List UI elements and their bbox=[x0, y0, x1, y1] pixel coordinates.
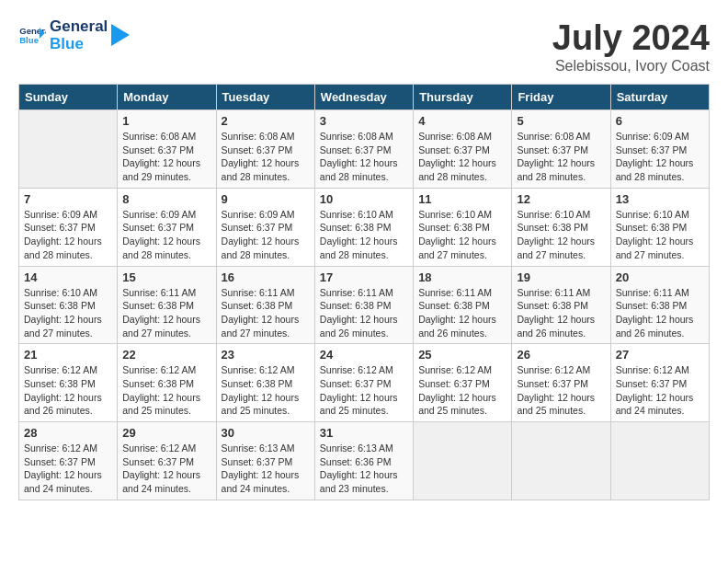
day-info: Sunrise: 6:12 AM Sunset: 6:38 PM Dayligh… bbox=[222, 363, 310, 418]
day-header-friday: Friday bbox=[512, 85, 610, 110]
calendar-cell bbox=[512, 422, 610, 500]
calendar-cell bbox=[414, 422, 512, 500]
calendar-cell: 12Sunrise: 6:10 AM Sunset: 6:38 PM Dayli… bbox=[512, 188, 610, 266]
day-number: 16 bbox=[222, 270, 310, 284]
calendar-cell: 23Sunrise: 6:12 AM Sunset: 6:38 PM Dayli… bbox=[216, 344, 314, 422]
calendar-cell bbox=[610, 422, 709, 500]
calendar-cell: 27Sunrise: 6:12 AM Sunset: 6:37 PM Dayli… bbox=[610, 344, 709, 422]
calendar-cell: 25Sunrise: 6:12 AM Sunset: 6:37 PM Dayli… bbox=[414, 344, 512, 422]
day-number: 12 bbox=[517, 192, 605, 206]
day-info: Sunrise: 6:11 AM Sunset: 6:38 PM Dayligh… bbox=[320, 286, 408, 340]
day-info: Sunrise: 6:10 AM Sunset: 6:38 PM Dayligh… bbox=[418, 208, 506, 262]
day-info: Sunrise: 6:11 AM Sunset: 6:38 PM Dayligh… bbox=[418, 286, 506, 340]
day-info: Sunrise: 6:09 AM Sunset: 6:37 PM Dayligh… bbox=[24, 208, 112, 262]
day-number: 25 bbox=[418, 348, 506, 362]
logo-arrow-icon bbox=[111, 19, 130, 52]
calendar-cell: 1Sunrise: 6:08 AM Sunset: 6:37 PM Daylig… bbox=[118, 110, 216, 189]
calendar-cell: 8Sunrise: 6:09 AM Sunset: 6:37 PM Daylig… bbox=[118, 188, 216, 266]
day-number: 14 bbox=[24, 270, 112, 284]
day-info: Sunrise: 6:11 AM Sunset: 6:38 PM Dayligh… bbox=[616, 286, 704, 340]
day-number: 2 bbox=[222, 114, 310, 128]
day-info: Sunrise: 6:10 AM Sunset: 6:38 PM Dayligh… bbox=[517, 208, 605, 262]
calendar-cell: 18Sunrise: 6:11 AM Sunset: 6:38 PM Dayli… bbox=[414, 266, 512, 344]
day-info: Sunrise: 6:11 AM Sunset: 6:38 PM Dayligh… bbox=[122, 286, 210, 340]
calendar-week-row: 14Sunrise: 6:10 AM Sunset: 6:38 PM Dayli… bbox=[19, 266, 710, 344]
day-header-monday: Monday bbox=[118, 85, 216, 110]
calendar-cell: 21Sunrise: 6:12 AM Sunset: 6:38 PM Dayli… bbox=[19, 344, 118, 422]
day-number: 23 bbox=[222, 348, 310, 362]
day-number: 24 bbox=[320, 348, 408, 362]
day-number: 1 bbox=[122, 114, 210, 128]
calendar-cell: 22Sunrise: 6:12 AM Sunset: 6:38 PM Dayli… bbox=[118, 344, 216, 422]
day-number: 22 bbox=[122, 348, 210, 362]
calendar-cell: 28Sunrise: 6:12 AM Sunset: 6:37 PM Dayli… bbox=[19, 422, 118, 500]
day-info: Sunrise: 6:12 AM Sunset: 6:37 PM Dayligh… bbox=[122, 442, 210, 496]
calendar-cell: 15Sunrise: 6:11 AM Sunset: 6:38 PM Dayli… bbox=[118, 266, 216, 344]
day-number: 27 bbox=[616, 348, 704, 362]
calendar-cell: 26Sunrise: 6:12 AM Sunset: 6:37 PM Dayli… bbox=[512, 344, 610, 422]
title-area: July 2024 Selebissou, Ivory Coast bbox=[552, 18, 710, 75]
day-info: Sunrise: 6:13 AM Sunset: 6:37 PM Dayligh… bbox=[222, 442, 310, 496]
day-number: 7 bbox=[24, 192, 112, 206]
day-number: 19 bbox=[517, 270, 605, 284]
calendar-cell: 20Sunrise: 6:11 AM Sunset: 6:38 PM Dayli… bbox=[610, 266, 709, 344]
day-info: Sunrise: 6:12 AM Sunset: 6:37 PM Dayligh… bbox=[320, 363, 408, 418]
day-number: 8 bbox=[122, 192, 210, 206]
day-info: Sunrise: 6:12 AM Sunset: 6:38 PM Dayligh… bbox=[122, 363, 210, 418]
calendar-cell: 31Sunrise: 6:13 AM Sunset: 6:36 PM Dayli… bbox=[314, 422, 413, 500]
day-info: Sunrise: 6:12 AM Sunset: 6:37 PM Dayligh… bbox=[418, 363, 506, 418]
calendar-header-row: SundayMondayTuesdayWednesdayThursdayFrid… bbox=[19, 85, 710, 110]
day-info: Sunrise: 6:09 AM Sunset: 6:37 PM Dayligh… bbox=[222, 208, 310, 262]
calendar-cell: 19Sunrise: 6:11 AM Sunset: 6:38 PM Dayli… bbox=[512, 266, 610, 344]
day-info: Sunrise: 6:08 AM Sunset: 6:37 PM Dayligh… bbox=[122, 130, 210, 184]
day-number: 28 bbox=[24, 426, 112, 440]
calendar-cell: 17Sunrise: 6:11 AM Sunset: 6:38 PM Dayli… bbox=[314, 266, 413, 344]
calendar-cell: 5Sunrise: 6:08 AM Sunset: 6:37 PM Daylig… bbox=[512, 110, 610, 189]
day-number: 18 bbox=[418, 270, 506, 284]
day-info: Sunrise: 6:09 AM Sunset: 6:37 PM Dayligh… bbox=[122, 208, 210, 262]
day-number: 6 bbox=[616, 114, 704, 128]
day-info: Sunrise: 6:08 AM Sunset: 6:37 PM Dayligh… bbox=[320, 130, 408, 184]
logo-icon: General Blue bbox=[18, 22, 46, 50]
day-number: 13 bbox=[616, 192, 704, 206]
day-number: 26 bbox=[517, 348, 605, 362]
day-header-saturday: Saturday bbox=[610, 85, 709, 110]
calendar-week-row: 21Sunrise: 6:12 AM Sunset: 6:38 PM Dayli… bbox=[19, 344, 710, 422]
day-info: Sunrise: 6:08 AM Sunset: 6:37 PM Dayligh… bbox=[517, 130, 605, 184]
calendar-cell: 7Sunrise: 6:09 AM Sunset: 6:37 PM Daylig… bbox=[19, 188, 118, 266]
calendar-cell: 11Sunrise: 6:10 AM Sunset: 6:38 PM Dayli… bbox=[414, 188, 512, 266]
day-info: Sunrise: 6:11 AM Sunset: 6:38 PM Dayligh… bbox=[222, 286, 310, 340]
day-number: 5 bbox=[517, 114, 605, 128]
day-number: 3 bbox=[320, 114, 408, 128]
calendar-week-row: 28Sunrise: 6:12 AM Sunset: 6:37 PM Dayli… bbox=[19, 422, 710, 500]
day-info: Sunrise: 6:09 AM Sunset: 6:37 PM Dayligh… bbox=[616, 130, 704, 184]
day-number: 9 bbox=[222, 192, 310, 206]
calendar-cell: 30Sunrise: 6:13 AM Sunset: 6:37 PM Dayli… bbox=[216, 422, 314, 500]
day-info: Sunrise: 6:12 AM Sunset: 6:37 PM Dayligh… bbox=[24, 442, 112, 496]
page-header: General Blue General Blue July 2024 Sele… bbox=[18, 18, 710, 75]
calendar-table: SundayMondayTuesdayWednesdayThursdayFrid… bbox=[18, 84, 710, 500]
day-number: 31 bbox=[320, 426, 408, 440]
day-info: Sunrise: 6:12 AM Sunset: 6:37 PM Dayligh… bbox=[616, 363, 704, 418]
day-header-wednesday: Wednesday bbox=[314, 85, 413, 110]
day-number: 30 bbox=[222, 426, 310, 440]
calendar-cell bbox=[19, 110, 118, 189]
day-number: 29 bbox=[122, 426, 210, 440]
calendar-cell: 24Sunrise: 6:12 AM Sunset: 6:37 PM Dayli… bbox=[314, 344, 413, 422]
day-info: Sunrise: 6:08 AM Sunset: 6:37 PM Dayligh… bbox=[222, 130, 310, 184]
day-info: Sunrise: 6:13 AM Sunset: 6:36 PM Dayligh… bbox=[320, 442, 408, 496]
calendar-cell: 9Sunrise: 6:09 AM Sunset: 6:37 PM Daylig… bbox=[216, 188, 314, 266]
day-header-thursday: Thursday bbox=[414, 85, 512, 110]
logo-blue: Blue bbox=[50, 36, 108, 53]
day-info: Sunrise: 6:10 AM Sunset: 6:38 PM Dayligh… bbox=[24, 286, 112, 340]
calendar-week-row: 1Sunrise: 6:08 AM Sunset: 6:37 PM Daylig… bbox=[19, 110, 710, 189]
svg-text:Blue: Blue bbox=[19, 34, 39, 44]
day-info: Sunrise: 6:12 AM Sunset: 6:37 PM Dayligh… bbox=[517, 363, 605, 418]
calendar-cell: 13Sunrise: 6:10 AM Sunset: 6:38 PM Dayli… bbox=[610, 188, 709, 266]
day-info: Sunrise: 6:12 AM Sunset: 6:38 PM Dayligh… bbox=[24, 363, 112, 418]
calendar-cell: 2Sunrise: 6:08 AM Sunset: 6:37 PM Daylig… bbox=[216, 110, 314, 189]
day-number: 21 bbox=[24, 348, 112, 362]
calendar-cell: 14Sunrise: 6:10 AM Sunset: 6:38 PM Dayli… bbox=[19, 266, 118, 344]
day-number: 20 bbox=[616, 270, 704, 284]
day-number: 11 bbox=[418, 192, 506, 206]
